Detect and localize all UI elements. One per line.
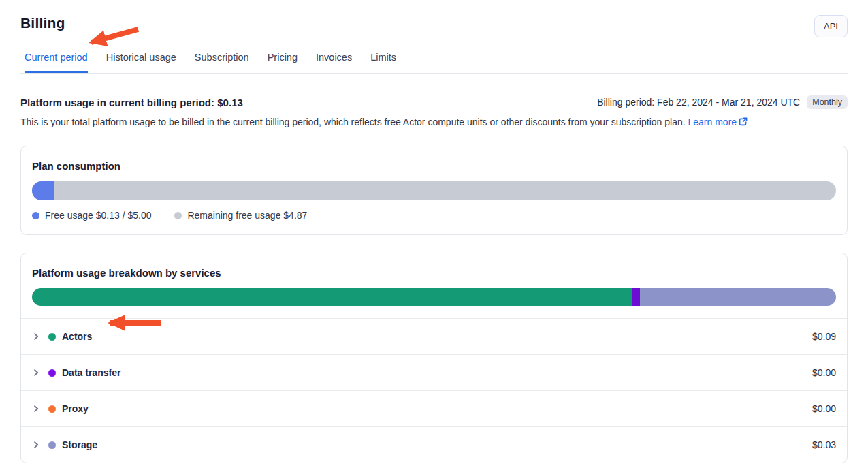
tab-pricing[interactable]: Pricing [268, 48, 298, 73]
billing-period-text: Billing period: Feb 22, 2024 - Mar 21, 2… [597, 97, 800, 108]
service-label: Storage [62, 439, 97, 450]
service-label: Proxy [62, 403, 89, 414]
service-value: $0.00 [812, 367, 836, 378]
usage-description-text: This is your total platform usage to be … [20, 116, 686, 127]
usage-breakdown-title: Platform usage breakdown by services [32, 267, 836, 279]
page-header: Billing API [20, 0, 848, 37]
service-color-dot [48, 405, 56, 413]
chevron-right-icon[interactable] [32, 405, 40, 413]
chevron-right-icon[interactable] [32, 441, 40, 449]
legend-label: Remaining free usage $4.87 [187, 210, 307, 221]
legend-item-free-usage: Free usage $0.13 / $5.00 [32, 210, 151, 221]
service-rows: Actors $0.09 Data transfer $0.00 Proxy $… [21, 318, 847, 463]
billing-period-group: Billing period: Feb 22, 2024 - Mar 21, 2… [597, 95, 848, 109]
api-button[interactable]: API [814, 15, 848, 37]
usage-summary: Platform usage in current billing period… [20, 95, 848, 109]
free-usage-fill [32, 181, 54, 200]
usage-description: This is your total platform usage to be … [20, 116, 848, 128]
service-color-dot [48, 333, 56, 341]
service-row-actors[interactable]: Actors $0.09 [21, 318, 847, 354]
tab-invoices[interactable]: Invoices [316, 48, 352, 73]
learn-more-link[interactable]: Learn more [688, 116, 748, 127]
usage-breakdown-bar [32, 288, 836, 306]
service-color-dot [48, 441, 56, 449]
plan-consumption-bar [32, 181, 836, 200]
remaining-usage-dot [174, 212, 182, 219]
service-value: $0.03 [812, 439, 836, 450]
service-color-dot [48, 369, 56, 377]
service-value: $0.00 [812, 403, 836, 414]
bar-segment-storage [640, 288, 836, 306]
learn-more-label: Learn more [688, 116, 737, 127]
service-label: Actors [62, 331, 92, 342]
plan-consumption-card: Plan consumption Free usage $0.13 / $5.0… [20, 146, 848, 235]
service-row-data-transfer[interactable]: Data transfer $0.00 [21, 354, 847, 390]
bar-segment-data-transfer [632, 288, 640, 306]
service-row-proxy[interactable]: Proxy $0.00 [21, 390, 847, 426]
service-label: Data transfer [62, 367, 120, 378]
tab-current-period[interactable]: Current period [25, 48, 88, 73]
tab-historical-usage[interactable]: Historical usage [106, 48, 176, 73]
usage-breakdown-card: Platform usage breakdown by services Act… [20, 253, 848, 463]
chevron-right-icon[interactable] [32, 369, 40, 377]
plan-consumption-title: Plan consumption [32, 160, 836, 172]
service-row-storage[interactable]: Storage $0.03 [21, 426, 847, 463]
free-usage-dot [32, 212, 39, 219]
billing-page: Billing API Current period Historical us… [0, 0, 868, 470]
bar-segment-actors [32, 288, 632, 306]
external-link-icon [739, 117, 748, 128]
billing-cycle-badge: Monthly [807, 95, 848, 109]
tab-bar: Current period Historical usage Subscrip… [20, 48, 848, 74]
usage-heading: Platform usage in current billing period… [20, 97, 243, 108]
page-title: Billing [20, 15, 65, 31]
tab-subscription[interactable]: Subscription [195, 48, 249, 73]
tab-limits[interactable]: Limits [370, 48, 396, 73]
service-value: $0.09 [812, 331, 836, 342]
legend-label: Free usage $0.13 / $5.00 [45, 210, 151, 221]
plan-consumption-legend: Free usage $0.13 / $5.00 Remaining free … [32, 210, 836, 221]
chevron-right-icon[interactable] [32, 332, 40, 341]
legend-item-remaining: Remaining free usage $4.87 [174, 210, 307, 221]
